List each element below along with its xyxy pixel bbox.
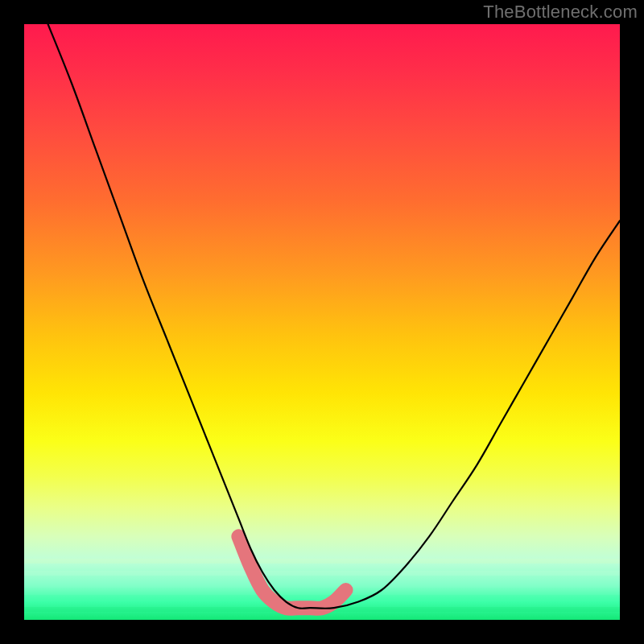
curve-svg bbox=[24, 24, 620, 620]
plot-area bbox=[24, 24, 620, 620]
chart-frame: TheBottleneck.com bbox=[0, 0, 644, 644]
watermark-text: TheBottleneck.com bbox=[483, 2, 638, 23]
optimal-range-highlight bbox=[238, 536, 345, 608]
bottleneck-curve bbox=[48, 24, 620, 609]
